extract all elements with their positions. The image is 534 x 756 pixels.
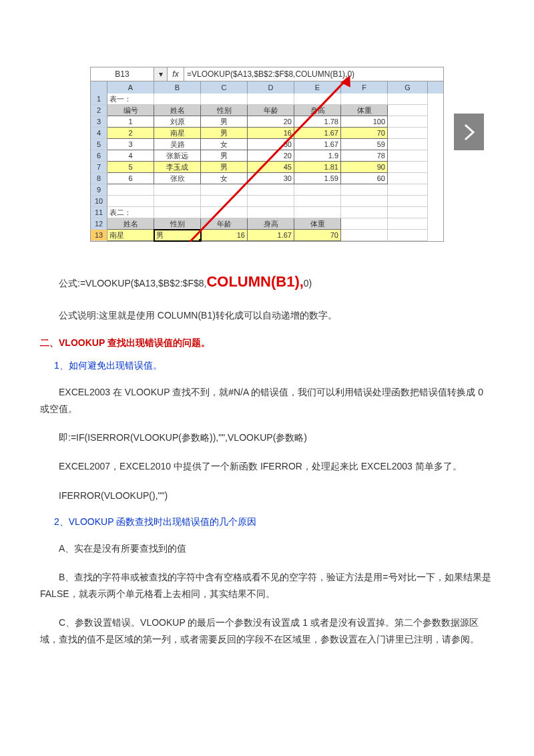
- cell[interactable]: 表一：: [107, 93, 154, 105]
- paragraph: EXCEL2003 在 VLOOKUP 查找不到，就#N/A 的错误值，我们可以…: [40, 384, 494, 417]
- subsection-heading: 2、VLOOKUP 函数查找时出现错误值的几个原因: [40, 516, 494, 528]
- table-row: 9: [90, 184, 444, 196]
- fx-icon[interactable]: fx: [168, 67, 184, 81]
- chevron-right-icon: [463, 122, 476, 142]
- paragraph: 即:=IF(ISERROR(VLOOKUP(参数略)),"",VLOOKUP(参…: [40, 429, 494, 446]
- paragraph: IFERROR(VLOOKUP(),""): [40, 488, 494, 504]
- paragraph: EXCEL2007，EXCEL2010 中提供了一个新函数 IFERROR，处理…: [40, 458, 494, 475]
- paragraph: A、实在是没有所要查找到的值: [40, 540, 494, 557]
- excel-screenshot: B13 ▾ fx =VLOOKUP($A13,$B$2:$F$8,COLUMN(…: [90, 67, 444, 242]
- table-row: 2 编号 姓名 性别 年龄 身高 体重: [90, 105, 444, 116]
- col-header-g[interactable]: G: [388, 81, 428, 93]
- name-dropdown-icon[interactable]: ▾: [154, 67, 168, 81]
- formula-example: 公式:=VLOOKUP($A13,$B$2:$F$8,COLUMN(B1),0): [40, 268, 494, 295]
- table-row: 86张欣女301.5960: [90, 173, 444, 184]
- col-header-a[interactable]: A: [107, 81, 154, 93]
- formula-explanation: 公式说明:这里就是使用 COLUMN(B1)转化成可以自动递增的数字。: [40, 307, 494, 324]
- name-box: B13: [91, 67, 154, 81]
- col-header-b[interactable]: B: [154, 81, 201, 93]
- formula-input[interactable]: =VLOOKUP($A13,$B$2:$F$8,COLUMN(B1),0): [184, 67, 443, 81]
- table-row: 53吴路女301.6759: [90, 139, 444, 150]
- next-button[interactable]: [454, 114, 484, 150]
- table-row: 11表二：: [90, 207, 444, 218]
- table-row: 1 表一：: [90, 93, 444, 105]
- column-headers: A B C D E F G: [90, 81, 444, 93]
- table-row: 10: [90, 196, 444, 207]
- subsection-heading: 1、如何避免出现错误值。: [40, 360, 494, 372]
- col-header-c[interactable]: C: [201, 81, 248, 93]
- col-header-d[interactable]: D: [248, 81, 294, 93]
- section-heading: 二、VLOOKUP 查找出现错误值的问题。: [40, 337, 494, 349]
- paragraph: C、参数设置错误。VLOOKUP 的最后一个参数没有设置成 1 或者是没有设置掉…: [40, 614, 494, 648]
- formula-bar: B13 ▾ fx =VLOOKUP($A13,$B$2:$F$8,COLUMN(…: [90, 67, 444, 81]
- table-row: 42南星男161.6770: [90, 128, 444, 139]
- table-row: 13南星男161.6770: [90, 230, 444, 242]
- table-row: 12姓名性别年龄身高体重: [90, 218, 444, 230]
- paragraph: B、查找的字符串或被查找的字符中含有空格或看不见的空字符，验证方法是用=号对比一…: [40, 569, 494, 602]
- table-row: 31刘原男201.78100: [90, 116, 444, 128]
